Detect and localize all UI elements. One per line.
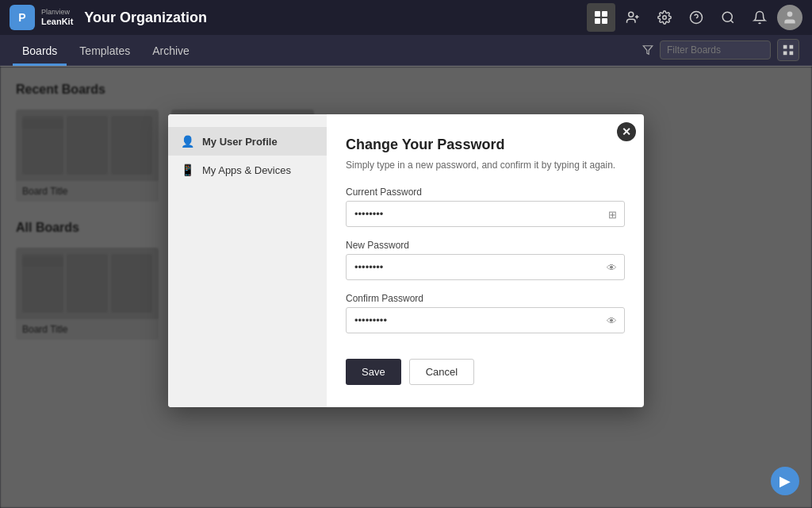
password-reveal-icon-2[interactable]: 👁 (607, 261, 617, 273)
fab-button[interactable]: ▶ (771, 467, 799, 495)
notification-icon-btn[interactable] (745, 3, 774, 32)
board-view-icon-btn[interactable] (587, 3, 615, 32)
sidebar-item-profile[interactable]: 👤 My User Profile (168, 127, 327, 156)
current-password-input[interactable] (346, 201, 625, 227)
filter-input[interactable] (660, 40, 771, 60)
new-password-group: New Password 👁 (346, 240, 625, 280)
form-actions: Save Cancel (346, 359, 625, 385)
fab-icon: ▶ (779, 472, 791, 490)
svg-rect-16 (783, 52, 787, 56)
nav-archive[interactable]: Archive (143, 38, 199, 66)
sidebar-item-apps-label: My Apps & Devices (202, 164, 291, 176)
new-password-label: New Password (346, 240, 625, 251)
header-icons (587, 3, 802, 32)
nav-boards[interactable]: Boards (13, 38, 67, 66)
confirm-password-label: Confirm Password (346, 293, 625, 304)
current-password-group: Current Password ⊞ (346, 187, 625, 227)
svg-rect-0 (595, 11, 600, 17)
svg-point-4 (629, 12, 634, 17)
svg-point-12 (787, 12, 793, 17)
sidebar-item-profile-label: My User Profile (202, 136, 278, 148)
help-icon-btn[interactable] (682, 3, 710, 32)
search-icon-btn[interactable] (714, 3, 742, 32)
sidebar-item-apps[interactable]: 📱 My Apps & Devices (168, 156, 327, 184)
dialog-subtitle: Simply type in a new password, and confi… (346, 160, 625, 171)
change-password-dialog: ✕ 👤 My User Profile 📱 My Apps & Devices … (168, 114, 644, 407)
avatar[interactable] (777, 5, 802, 30)
current-password-label: Current Password (346, 187, 625, 198)
svg-rect-3 (602, 18, 607, 24)
svg-rect-15 (790, 45, 794, 49)
svg-marker-13 (643, 46, 653, 55)
grid-view-btn[interactable] (777, 39, 799, 61)
navbar: Boards Templates Archive (0, 35, 812, 67)
save-button[interactable]: Save (346, 359, 401, 385)
new-password-input[interactable] (346, 254, 625, 280)
confirm-password-input[interactable] (346, 307, 625, 333)
svg-rect-17 (790, 52, 794, 56)
password-reveal-icon[interactable]: ⊞ (608, 208, 617, 220)
logo-bottom: LeanKit (41, 17, 73, 26)
settings-icon-btn[interactable] (650, 3, 679, 32)
org-title: Your Organization (84, 10, 207, 26)
svg-point-7 (663, 16, 667, 20)
filter-icon (642, 44, 653, 56)
svg-rect-1 (602, 11, 607, 17)
svg-rect-2 (595, 18, 600, 24)
profile-icon: 👤 (181, 135, 194, 148)
dialog-main: Change Your Password Simply type in a ne… (327, 114, 644, 407)
confirm-password-group: Confirm Password 👁 (346, 293, 625, 333)
close-button[interactable]: ✕ (617, 122, 636, 141)
modal-overlay: ✕ 👤 My User Profile 📱 My Apps & Devices … (0, 67, 812, 508)
svg-rect-14 (783, 45, 787, 49)
logo-text: Planview LeanKit (41, 9, 73, 26)
logo: P Planview LeanKit (10, 5, 73, 30)
svg-point-10 (722, 12, 732, 21)
dialog-title: Change Your Password (346, 137, 625, 153)
app-header: P Planview LeanKit Your Organization (0, 0, 812, 35)
dialog-sidebar: 👤 My User Profile 📱 My Apps & Devices (168, 114, 327, 407)
apps-icon: 📱 (181, 164, 194, 176)
filter-area (642, 39, 799, 66)
svg-line-11 (730, 20, 733, 22)
logo-icon: P (10, 5, 35, 30)
cancel-button[interactable]: Cancel (409, 359, 474, 385)
logo-top: Planview (41, 9, 73, 17)
password-reveal-icon-3[interactable]: 👁 (607, 314, 617, 326)
nav-templates[interactable]: Templates (70, 38, 140, 66)
add-user-icon-btn[interactable] (619, 3, 647, 32)
